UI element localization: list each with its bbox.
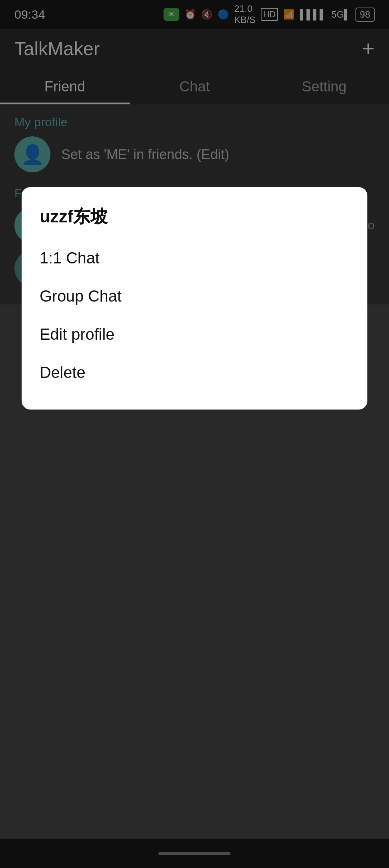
context-menu-item-delete[interactable]: Delete xyxy=(40,353,349,392)
modal-overlay[interactable] xyxy=(0,0,389,868)
context-menu-title: uzzf东坡 xyxy=(40,205,349,228)
context-menu-item-one-to-one-chat[interactable]: 1:1 Chat xyxy=(40,239,349,277)
context-menu-item-edit-profile[interactable]: Edit profile xyxy=(40,315,349,353)
context-menu: uzzf东坡 1:1 Chat Group Chat Edit profile … xyxy=(22,187,367,410)
context-menu-item-group-chat[interactable]: Group Chat xyxy=(40,277,349,315)
